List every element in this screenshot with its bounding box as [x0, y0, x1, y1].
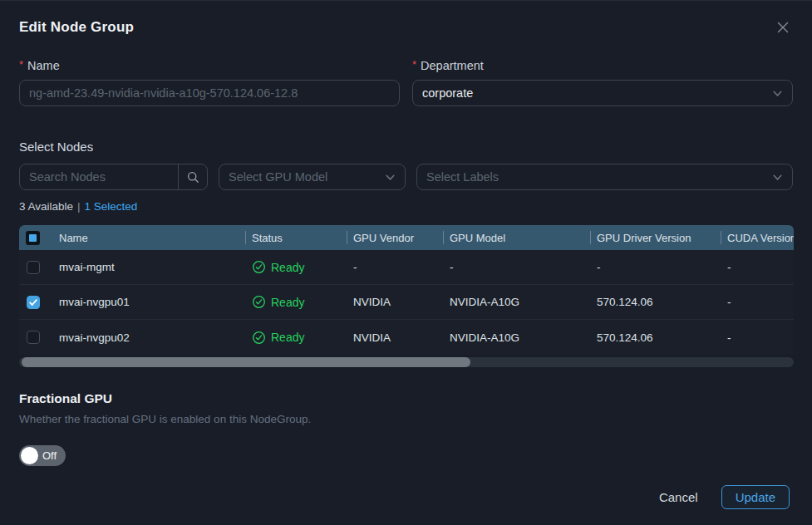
table-row[interactable]: mvai-nvgpu02 Ready NVIDIA NVIDIA-A10G 57…	[19, 320, 794, 355]
table-row[interactable]: mvai-nvgpu01 Ready NVIDIA NVIDIA-A10G 57…	[19, 285, 794, 320]
gpu-vendor: NVIDIA	[347, 331, 443, 344]
gpu-model-placeholder: Select GPU Model	[229, 170, 385, 184]
modal-title: Edit Node Group	[19, 19, 134, 36]
node-name: mvai-nvgpu02	[52, 331, 245, 344]
fractional-gpu-heading: Fractional GPU	[19, 391, 793, 407]
column-header-name[interactable]: Name	[52, 225, 245, 250]
select-all-checkbox[interactable]	[26, 231, 40, 245]
form-row: * Name * Department corporate	[19, 57, 793, 106]
cuda-version: -	[721, 261, 794, 273]
check-icon	[28, 297, 38, 307]
required-asterisk: *	[412, 58, 416, 71]
table-body: mvai-mgmt Ready - - - - mvai-nvgpu01 Rea…	[19, 250, 794, 355]
name-input[interactable]	[19, 80, 400, 106]
column-header-gpu-model[interactable]: GPU Model	[443, 225, 590, 250]
column-header-gpu-driver-version[interactable]: GPU Driver Version	[590, 225, 721, 250]
row-checkbox[interactable]	[27, 331, 40, 344]
chevron-down-icon	[772, 172, 783, 183]
ready-status-icon	[252, 260, 266, 274]
gpu-driver-version: 570.124.06	[590, 296, 721, 308]
table-header-row: Name Status GPU Vendor GPU Model GPU Dri…	[19, 225, 794, 250]
labels-select[interactable]: Select Labels	[416, 164, 793, 190]
required-asterisk: *	[19, 58, 23, 71]
department-field-group: * Department corporate	[412, 57, 793, 106]
node-status: Ready	[245, 260, 347, 274]
gpu-model: -	[443, 261, 590, 273]
edit-node-group-modal: Edit Node Group * Name * Department	[0, 0, 812, 525]
gpu-vendor: -	[347, 261, 443, 273]
search-nodes-input[interactable]	[20, 164, 178, 189]
scrollbar-thumb[interactable]	[22, 357, 470, 367]
search-nodes-group	[19, 164, 208, 190]
fractional-gpu-description: Whether the fractional GPU is enabled on…	[19, 413, 793, 425]
indeterminate-mark	[29, 234, 37, 242]
count-separator: |	[77, 200, 81, 213]
gpu-driver-version: -	[590, 261, 721, 273]
close-button[interactable]	[773, 17, 793, 37]
selected-count[interactable]: 1 Selected	[85, 200, 138, 213]
node-status: Ready	[245, 295, 347, 309]
available-count: 3 Available	[19, 200, 73, 213]
node-name: mvai-nvgpu01	[52, 296, 245, 308]
department-selected-value: corporate	[422, 86, 772, 100]
ready-status-icon	[252, 331, 266, 345]
status-text: Ready	[271, 261, 304, 274]
fractional-gpu-toggle[interactable]: Off	[19, 445, 66, 466]
name-label: * Name	[19, 57, 400, 74]
column-header-cuda-version[interactable]: CUDA Version	[721, 225, 794, 250]
node-name: mvai-mgmt	[52, 261, 245, 273]
row-checkbox[interactable]	[27, 261, 40, 274]
search-icon	[186, 170, 200, 184]
horizontal-scrollbar[interactable]	[19, 357, 794, 367]
status-text: Ready	[271, 331, 304, 344]
chevron-down-icon	[385, 172, 396, 183]
nodes-table: Name Status GPU Vendor GPU Model GPU Dri…	[19, 225, 794, 355]
update-button[interactable]: Update	[721, 485, 790, 509]
toggle-knob	[21, 447, 38, 464]
row-checkbox[interactable]	[27, 296, 40, 309]
department-select[interactable]: corporate	[412, 80, 793, 106]
node-status: Ready	[245, 331, 347, 345]
labels-placeholder: Select Labels	[426, 170, 772, 184]
selection-counts: 3 Available | 1 Selected	[19, 199, 793, 213]
ready-status-icon	[252, 295, 266, 309]
gpu-model: NVIDIA-A10G	[443, 331, 590, 344]
table-row[interactable]: mvai-mgmt Ready - - - -	[19, 250, 794, 285]
department-label: * Department	[412, 57, 793, 74]
column-header-gpu-vendor[interactable]: GPU Vendor	[347, 225, 443, 250]
cuda-version: -	[721, 296, 794, 308]
gpu-model: NVIDIA-A10G	[443, 296, 590, 308]
column-header-status[interactable]: Status	[245, 225, 347, 250]
cancel-button[interactable]: Cancel	[659, 490, 698, 504]
gpu-vendor: NVIDIA	[347, 296, 443, 308]
name-field-group: * Name	[19, 57, 400, 106]
search-button[interactable]	[178, 164, 207, 189]
modal-header: Edit Node Group	[19, 1, 793, 37]
gpu-model-select[interactable]: Select GPU Model	[219, 164, 406, 190]
status-text: Ready	[271, 296, 304, 309]
select-nodes-heading: Select Nodes	[19, 140, 793, 155]
filter-row: Select GPU Model Select Labels	[19, 164, 793, 190]
modal-footer: Cancel Update	[659, 485, 790, 509]
cuda-version: -	[721, 331, 794, 344]
gpu-driver-version: 570.124.06	[590, 331, 721, 344]
close-icon	[775, 19, 791, 36]
chevron-down-icon	[772, 88, 783, 99]
toggle-state-label: Off	[42, 449, 57, 462]
